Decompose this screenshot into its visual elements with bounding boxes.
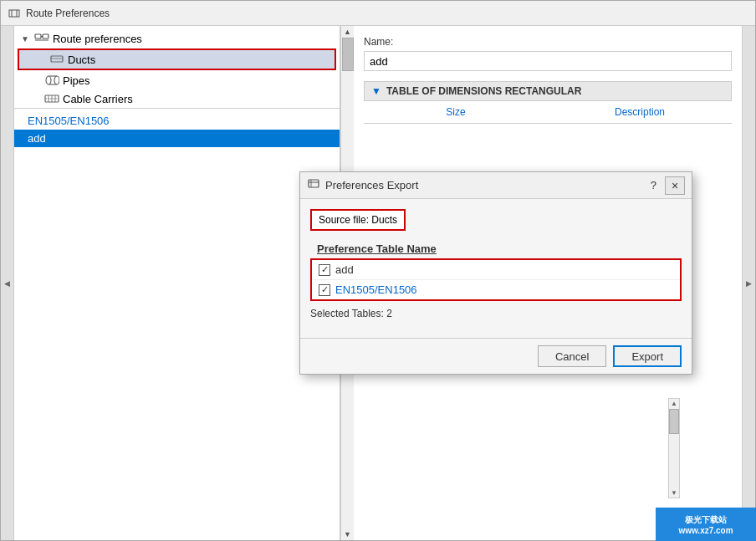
table-header-row: Size Description — [364, 101, 732, 124]
tree-root-label: Route preferences — [53, 33, 142, 45]
tree-item-ducts[interactable]: Ducts — [18, 48, 336, 70]
svg-rect-18 — [309, 180, 319, 187]
export-button[interactable]: Export — [613, 345, 682, 367]
source-file-bar: Source file: Ducts — [310, 209, 406, 231]
pref-table-header: Preference Table Name — [310, 239, 682, 258]
tree-item-pipes-label: Pipes — [63, 74, 90, 87]
watermark-text: 极光下载站 www.xz7.com — [678, 514, 733, 535]
dialog-title-icon — [307, 177, 320, 193]
col-description: Description — [548, 105, 732, 120]
dialog-scrollbar-thumb[interactable] — [669, 409, 679, 434]
svg-rect-3 — [35, 34, 41, 38]
app-icon — [8, 7, 21, 20]
pref-table: ✓ add ✓ EN1505/EN1506 — [310, 258, 682, 301]
svg-point-9 — [46, 76, 51, 84]
tree-item-pipes[interactable]: Pipes — [14, 71, 340, 89]
svg-point-12 — [54, 76, 59, 84]
svg-rect-7 — [51, 56, 63, 62]
dialog-help-button[interactable]: ? — [647, 179, 660, 191]
dialog-scrollbar[interactable]: ▲ ▼ — [668, 398, 680, 498]
watermark-line2: www.xz7.com — [678, 526, 733, 535]
pref-table-row-add[interactable]: ✓ add — [312, 260, 680, 280]
cancel-button[interactable]: Cancel — [538, 345, 606, 367]
tree-item-cable-carriers[interactable]: Cable Carriers — [14, 89, 340, 108]
tree-item-ducts-label: Ducts — [68, 54, 95, 66]
pref-name-add: add — [335, 263, 354, 276]
tree-item-route-preferences[interactable]: ▼ Route preferences — [14, 29, 340, 48]
svg-rect-0 — [9, 10, 19, 17]
duct-icon — [49, 53, 64, 66]
section-header-title: TABLE OF DIMENSIONS RECTANGULAR — [386, 85, 582, 97]
bottom-list: EN1505/EN1506 add — [14, 108, 340, 151]
source-file-text: Source file: Ducts — [319, 214, 397, 226]
panel-expand-button[interactable]: ▶ — [742, 26, 755, 540]
checkbox-en1505[interactable]: ✓ — [319, 284, 330, 296]
list-item-add-label: add — [28, 132, 46, 145]
list-item-en1505[interactable]: EN1505/EN1506 — [14, 112, 340, 130]
checkbox-add[interactable]: ✓ — [319, 264, 330, 276]
section-expand-icon[interactable]: ▼ — [371, 85, 381, 97]
tree-container: ▼ Route preferences — [14, 26, 340, 540]
dialog-controls: ? × — [647, 176, 685, 195]
tree-item-cable-carriers-label: Cable Carriers — [63, 93, 133, 105]
svg-rect-4 — [43, 34, 49, 38]
preferences-export-dialog[interactable]: Preferences Export ? × Source file: Duct… — [299, 171, 692, 375]
dialog-close-button[interactable]: × — [665, 176, 685, 195]
watermark: 极光下载站 www.xz7.com — [656, 508, 756, 541]
col-size: Size — [364, 105, 548, 120]
dialog-title-text: Preferences Export — [325, 179, 418, 191]
dialog-titlebar: Preferences Export ? × — [300, 172, 692, 199]
title-bar: Route Preferences — [1, 1, 755, 26]
watermark-line1: 极光下载站 — [678, 514, 733, 526]
pref-table-row-en1505[interactable]: ✓ EN1505/EN1506 — [312, 280, 680, 299]
title-bar-text: Route Preferences — [26, 8, 110, 19]
dialog-body: Source file: Ducts Preference Table Name… — [300, 199, 692, 338]
list-item-add[interactable]: add — [14, 130, 340, 147]
selected-tables-text: Selected Tables: 2 — [310, 308, 682, 319]
dimensions-section-header: ▼ TABLE OF DIMENSIONS RECTANGULAR — [364, 81, 732, 101]
name-input[interactable] — [364, 51, 732, 71]
scrollbar-thumb[interactable] — [342, 38, 354, 71]
carrier-icon — [44, 92, 59, 105]
list-item-en1505-label: EN1505/EN1506 — [28, 115, 110, 127]
panel-collapse-button[interactable]: ◀ — [1, 26, 14, 540]
pref-name-en1505: EN1505/EN1506 — [335, 283, 417, 296]
chevron-down-icon: ▼ — [21, 34, 29, 43]
dialog-title-left: Preferences Export — [307, 177, 418, 193]
name-field-label: Name: — [364, 36, 732, 48]
dialog-footer: Cancel Export — [300, 338, 692, 374]
left-panel: ▼ Route preferences — [14, 26, 340, 540]
pipe-icon — [44, 74, 59, 87]
route-icon — [34, 32, 49, 45]
